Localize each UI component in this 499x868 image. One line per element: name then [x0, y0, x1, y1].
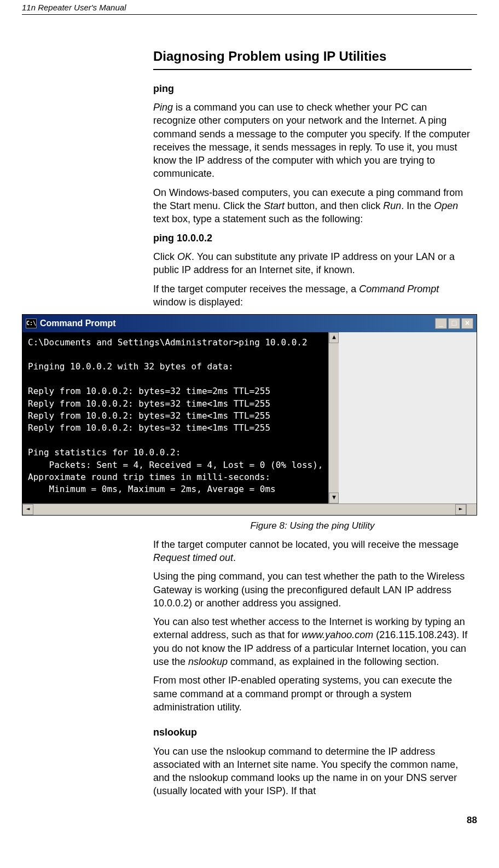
start-italic: Start	[264, 200, 285, 211]
text: window is displayed:	[153, 297, 243, 308]
window-title: Command Prompt	[40, 317, 116, 329]
size-grip[interactable]	[466, 504, 477, 515]
post-para-2: Using the ping command, you can test whe…	[153, 570, 472, 610]
text: If the target computer receives the mess…	[153, 283, 359, 294]
scroll-track[interactable]	[329, 343, 339, 493]
vertical-scrollbar[interactable]: ▲ ▼	[328, 332, 339, 504]
nslookup-para: You can use the nslookup command to dete…	[153, 745, 472, 798]
ping-para-1: Ping is a command you can use to check w…	[153, 101, 472, 181]
maximize-button[interactable]: □	[448, 318, 460, 329]
text: Click	[153, 251, 177, 262]
ping-heading: ping	[153, 82, 472, 95]
nslookup-italic: nslookup	[188, 656, 228, 667]
text: text box, type a statement such as the f…	[153, 213, 363, 224]
figure-caption: Figure 8: Using the ping Utility	[153, 520, 472, 533]
scroll-track-horizontal[interactable]	[33, 504, 455, 515]
text: button, and then click	[285, 200, 383, 211]
text: .	[233, 552, 236, 563]
cmd-icon: C:\	[26, 319, 37, 328]
text: . In the	[401, 200, 434, 211]
command-prompt-window: C:\ Command Prompt _ □ × C:\Documents an…	[22, 314, 477, 516]
scroll-right-icon[interactable]: ►	[455, 504, 466, 515]
page-header: 11n Repeater User's Manual	[22, 0, 477, 15]
cmd-output: C:\Documents and Settings\Administrator>…	[22, 332, 328, 504]
close-button[interactable]: ×	[461, 318, 473, 329]
ping-para-4: If the target computer receives the mess…	[153, 282, 472, 309]
scroll-left-icon[interactable]: ◄	[22, 504, 33, 515]
minimize-button[interactable]: _	[435, 318, 447, 329]
text: If the target computer cannot be located…	[153, 539, 459, 550]
ping-para-3: Click OK. You can substitute any private…	[153, 250, 472, 277]
window-titlebar: C:\ Command Prompt _ □ ×	[22, 315, 477, 332]
window-buttons: _ □ ×	[435, 318, 473, 329]
ok-italic: OK	[177, 251, 192, 262]
scroll-up-icon[interactable]: ▲	[329, 332, 339, 343]
page-number: 88	[22, 814, 477, 827]
ping-para-1-text: is a command you can use to check whethe…	[153, 102, 470, 179]
post-para-4: From most other IP-enabled operating sys…	[153, 674, 472, 714]
ping-word-italic: Ping	[153, 102, 173, 113]
open-italic: Open	[434, 200, 458, 211]
command-prompt-italic: Command Prompt	[359, 283, 439, 294]
post-para-3: You can also test whether access to the …	[153, 615, 472, 668]
ping-command-example: ping 10.0.0.2	[153, 232, 472, 245]
run-italic: Run	[383, 200, 401, 211]
section-title: Diagnosing Problem using IP Utilities	[153, 48, 472, 70]
text: . You can substitute any private IP addr…	[153, 251, 455, 275]
horizontal-scrollbar[interactable]: ◄ ►	[22, 504, 477, 515]
yahoo-italic: www.yahoo.com	[301, 629, 373, 640]
nslookup-heading: nslookup	[153, 726, 472, 739]
text: command, as explained in the following s…	[228, 656, 439, 667]
request-timed-out-italic: Request timed out	[153, 552, 233, 563]
titlebar-left: C:\ Command Prompt	[26, 317, 116, 329]
ping-para-2: On Windows-based computers, you can exec…	[153, 186, 472, 226]
post-para-1: If the target computer cannot be located…	[153, 538, 472, 565]
scroll-down-icon[interactable]: ▼	[329, 493, 339, 504]
